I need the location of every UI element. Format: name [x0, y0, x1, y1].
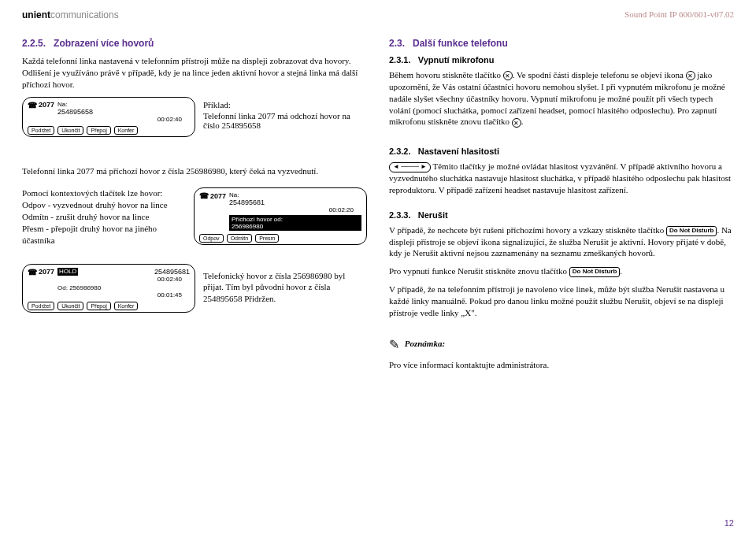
- call-duration: 00:02:20: [229, 206, 361, 213]
- softkey: Přepoj: [87, 302, 110, 310]
- left-column: 2.2.5. Zobrazení více hovorů Každá telef…: [22, 38, 367, 382]
- subsection-heading-232: 2.3.2. Nastavení hlasitosti: [389, 146, 734, 156]
- softkey: Ukončit: [57, 126, 83, 135]
- mute-icon: ✕: [512, 118, 521, 128]
- incoming-label: Příchozí hovor od:: [232, 216, 359, 223]
- subsection-heading-233: 2.3.3. Nerušit: [389, 210, 734, 220]
- phone-display-2: ☎2077 Na: 254895681 00:02:20 Příchozí ho…: [194, 187, 367, 245]
- section-heading-225: 2.2.5. Zobrazení více hovorů: [22, 38, 367, 49]
- ext-num: 2077: [39, 268, 54, 276]
- call-duration: 00:02:40: [57, 116, 190, 123]
- handset-icon: ☎: [199, 191, 209, 200]
- softkey: Odmitn: [227, 234, 253, 243]
- na-label: Na:: [229, 191, 361, 198]
- volume-icon: ◄ ──── ►: [389, 162, 431, 172]
- subsection-title: Vypnutí mikrofonu: [418, 55, 495, 65]
- paragraph: V případě, že na telefonním přístroji je…: [389, 284, 734, 319]
- softkey: Presm: [255, 234, 279, 243]
- call-duration: 00:02:40: [57, 276, 190, 283]
- context-item: Odmítn - zrušit druhý hovor na lince: [22, 211, 186, 223]
- dnd-button-icon: Do Not Disturb: [569, 267, 620, 277]
- context-intro: Pomocí kontextových tlačítek lze hovor:: [22, 187, 186, 199]
- paragraph: Telefonický hovor z čísla 256986980 byl …: [203, 270, 367, 306]
- mute-icon: ✕: [686, 71, 695, 80]
- paragraph: V případě, že nechcete být rušeni přícho…: [389, 224, 734, 260]
- od-label: Od:: [57, 284, 68, 291]
- softkey: Podržet: [28, 302, 54, 310]
- right-column: 2.3. Další funkce telefonu 2.3.1. Vypnut…: [389, 38, 734, 382]
- hold-label: HOLD: [57, 268, 78, 276]
- phone-display-1: ☎2077 Na: 254895658 00:02:40 Podržet Uko…: [22, 97, 195, 137]
- call-number: 254895681: [229, 198, 361, 206]
- context-item: Odpov - vyzvednout druhý hovor na lince: [22, 199, 186, 211]
- softkey: Ukončit: [57, 302, 83, 310]
- brand-bold: unient: [22, 9, 50, 20]
- handset-icon: ☎: [28, 268, 37, 276]
- dnd-button-icon: Do Not Disturb: [666, 226, 717, 236]
- context-item: Přesm - přepojit druhý hovor na jiného ú…: [22, 223, 186, 247]
- document-id: Sound Point IP 600/601-v07.02: [624, 9, 734, 19]
- section-num: 2.3.: [389, 38, 405, 49]
- subsection-num: 2.3.3.: [389, 210, 411, 220]
- section-title: Zobrazení více hovorů: [54, 38, 154, 49]
- softkey: Přepoj: [87, 126, 110, 135]
- section-title: Další funkce telefonu: [413, 38, 508, 49]
- example-label: Příklad:: [203, 100, 367, 109]
- subsection-num: 2.3.1.: [389, 55, 411, 65]
- subsection-title: Nerušit: [418, 210, 448, 220]
- paragraph: Každá telefonní linka nastavená v telefo…: [22, 55, 367, 91]
- brand-light: communications: [50, 9, 119, 20]
- note-block: ✎ Poznámka:: [389, 336, 734, 354]
- call-number: 254895658: [57, 108, 190, 116]
- na-label: Na:: [57, 101, 190, 108]
- subsection-title: Nastavení hlasitosti: [418, 146, 499, 156]
- brand-logo: unientcommunications: [22, 9, 119, 20]
- paragraph: Pro vypnutí funkce Nerušit stiskněte zno…: [389, 265, 734, 277]
- subsection-num: 2.3.2.: [389, 146, 411, 156]
- page-number: 12: [724, 518, 734, 528]
- example-text: Telefonní linka 2077 má odchozí hovor na…: [203, 111, 367, 130]
- softkey: Odpov: [199, 234, 224, 243]
- note-label: Poznámka:: [405, 339, 445, 348]
- paragraph: ◄ ──── ► Těmito tlačítky je možné ovláda…: [389, 161, 734, 196]
- softkey: Podržet: [28, 126, 54, 135]
- paragraph: Telefonní linka 2077 má příchozí hovor z…: [22, 165, 367, 177]
- call-number: 254895681: [154, 268, 190, 276]
- ext-num: 2077: [210, 192, 226, 200]
- call-number-2: 256986980: [69, 284, 101, 291]
- incoming-number: 256986980: [232, 223, 359, 230]
- pencil-icon: ✎: [389, 336, 399, 354]
- ext-num: 2077: [39, 101, 54, 109]
- section-num: 2.2.5.: [22, 38, 46, 49]
- section-heading-23: 2.3. Další funkce telefonu: [389, 38, 734, 49]
- softkey: Konfer: [114, 126, 139, 135]
- call-duration-2: 00:01:45: [57, 291, 190, 299]
- mute-icon: ✕: [503, 71, 513, 80]
- handset-icon: ☎: [28, 101, 37, 109]
- paragraph: Během hovoru stiskněte tlačítko ✕. Ve sp…: [389, 69, 734, 128]
- subsection-heading-231: 2.3.1. Vypnutí mikrofonu: [389, 55, 734, 65]
- context-key-list: Pomocí kontextových tlačítek lze hovor: …: [22, 187, 186, 246]
- phone-display-3: ☎2077 HOLD 254895681 00:02:40 Od: 256986…: [22, 264, 195, 313]
- softkey: Konfer: [114, 302, 139, 310]
- note-text: Pro více informací kontaktujte administr…: [389, 359, 734, 371]
